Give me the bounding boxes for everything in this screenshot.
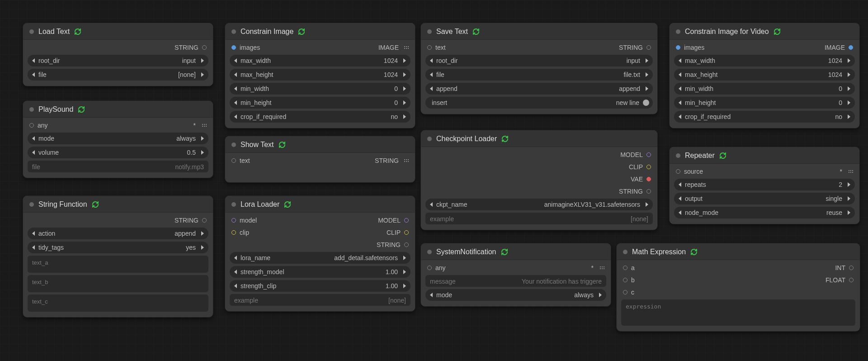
node-string-function[interactable]: String Function STRING action append tid…	[23, 195, 213, 318]
arrow-left-icon[interactable]	[679, 86, 681, 91]
arrow-left-icon[interactable]	[679, 58, 681, 63]
widget-output[interactable]: outputsingle	[674, 193, 855, 204]
widget-mode[interactable]: mode always	[28, 133, 208, 144]
arrow-left-icon[interactable]	[32, 150, 35, 155]
arrow-left-icon[interactable]	[679, 196, 681, 201]
output-vae[interactable]: VAE	[425, 174, 653, 184]
input-source[interactable]: source	[676, 168, 703, 175]
port-icon[interactable]	[202, 45, 207, 50]
widget-append[interactable]: appendappend	[425, 83, 653, 95]
input-images[interactable]: images	[676, 44, 704, 51]
arrow-right-icon[interactable]	[201, 72, 204, 77]
output-float[interactable]: FLOAT	[826, 276, 854, 284]
widget-file[interactable]: file [none]	[28, 69, 208, 81]
grip-icon[interactable]	[600, 266, 604, 269]
textbox-example[interactable]: example [none]	[425, 213, 653, 224]
toggle-icon[interactable]	[643, 100, 649, 106]
collapse-dot-icon[interactable]	[676, 29, 680, 34]
widget-insert[interactable]: insert new line	[425, 97, 653, 109]
arrow-right-icon[interactable]	[403, 284, 406, 288]
arrow-left-icon[interactable]	[430, 293, 433, 297]
port-icon[interactable]	[404, 230, 409, 235]
input-images[interactable]: images	[231, 44, 260, 51]
arrow-right-icon[interactable]	[201, 245, 204, 250]
arrow-left-icon[interactable]	[679, 100, 681, 105]
arrow-right-icon[interactable]	[403, 86, 406, 91]
grip-icon[interactable]	[404, 46, 409, 49]
textbox-file[interactable]: file notify.mp3	[28, 161, 208, 172]
port-icon[interactable]	[646, 189, 651, 194]
arrow-left-icon[interactable]	[430, 86, 433, 91]
arrow-right-icon[interactable]	[403, 256, 406, 260]
collapse-dot-icon[interactable]	[231, 29, 236, 34]
arrow-right-icon[interactable]	[848, 196, 850, 201]
widget-max-height[interactable]: max_height1024	[230, 69, 410, 81]
arrow-left-icon[interactable]	[679, 210, 681, 215]
widget-root-dir[interactable]: root_dir input	[28, 55, 208, 66]
node-header[interactable]: Constrain Image	[225, 23, 415, 40]
textbox-text-c[interactable]: text_c	[28, 294, 208, 312]
widget-mode[interactable]: modealways	[425, 289, 606, 301]
grip-icon[interactable]	[202, 124, 207, 127]
output-string[interactable]: STRING	[28, 43, 208, 52]
arrow-right-icon[interactable]	[848, 100, 850, 105]
port-icon[interactable]	[231, 158, 236, 163]
port-icon[interactable]	[676, 169, 680, 174]
port-icon[interactable]	[849, 45, 853, 50]
output-model[interactable]: MODEL	[378, 217, 409, 224]
widget-max-height[interactable]: max_height1024	[674, 69, 855, 81]
arrow-right-icon[interactable]	[201, 150, 204, 155]
output-string[interactable]: STRING	[619, 44, 651, 51]
node-repeater[interactable]: Repeater source * repeats2 outputsingle …	[669, 147, 860, 224]
port-icon[interactable]	[404, 218, 409, 223]
output-image[interactable]: IMAGE	[825, 44, 853, 51]
node-header[interactable]: Show Text	[225, 136, 415, 153]
input-clip[interactable]: clip	[231, 229, 249, 236]
arrow-left-icon[interactable]	[234, 256, 237, 260]
grip-icon[interactable]	[404, 159, 409, 162]
node-save-text[interactable]: Save Text text STRING root_dirinput file…	[420, 23, 658, 114]
arrow-right-icon[interactable]	[403, 72, 406, 77]
arrow-left-icon[interactable]	[32, 245, 35, 250]
arrow-left-icon[interactable]	[679, 72, 681, 77]
node-system-notification[interactable]: SystemNotification any * message Your no…	[420, 243, 611, 307]
input-c[interactable]: c	[623, 289, 634, 296]
widget-crop-if-required[interactable]: crop_if_requiredno	[674, 111, 855, 123]
node-header[interactable]: String Function	[23, 196, 213, 213]
port-icon[interactable]	[202, 218, 207, 223]
arrow-left-icon[interactable]	[234, 284, 237, 288]
node-constrain-image-video[interactable]: Constrain Image for Video images IMAGE m…	[669, 23, 860, 128]
arrow-left-icon[interactable]	[679, 182, 681, 187]
port-icon[interactable]	[231, 230, 236, 235]
collapse-dot-icon[interactable]	[29, 107, 34, 112]
output-string[interactable]: STRING	[375, 157, 409, 164]
arrow-right-icon[interactable]	[848, 114, 850, 119]
textbox-example[interactable]: example [none]	[230, 294, 410, 306]
grip-icon[interactable]	[849, 170, 853, 173]
collapse-dot-icon[interactable]	[676, 153, 680, 158]
collapse-dot-icon[interactable]	[231, 202, 236, 207]
collapse-dot-icon[interactable]	[231, 142, 236, 147]
arrow-left-icon[interactable]	[234, 270, 237, 274]
node-header[interactable]: SystemNotification	[421, 243, 611, 260]
arrow-left-icon[interactable]	[32, 72, 35, 77]
arrow-left-icon[interactable]	[32, 136, 35, 141]
port-icon[interactable]	[427, 266, 432, 270]
input-model[interactable]: model	[231, 217, 257, 224]
arrow-right-icon[interactable]	[403, 58, 406, 63]
arrow-right-icon[interactable]	[848, 182, 850, 187]
port-icon[interactable]	[231, 45, 236, 50]
port-icon[interactable]	[849, 278, 854, 282]
node-checkpoint-loader[interactable]: Checkpoint Loader MODEL CLIP VAE STRING …	[420, 130, 658, 230]
arrow-right-icon[interactable]	[646, 86, 648, 91]
arrow-right-icon[interactable]	[403, 114, 406, 119]
node-header[interactable]: Repeater	[670, 147, 859, 164]
arrow-right-icon[interactable]	[599, 293, 602, 297]
textbox-message[interactable]: message Your notification has triggere	[425, 275, 606, 287]
node-header[interactable]: Lora Loader	[225, 196, 415, 213]
collapse-dot-icon[interactable]	[29, 202, 34, 207]
node-header[interactable]: PlaySound	[23, 101, 213, 118]
arrow-left-icon[interactable]	[234, 100, 237, 105]
output-image[interactable]: IMAGE	[378, 44, 409, 51]
widget-strength-model[interactable]: strength_model1.00	[230, 266, 410, 278]
